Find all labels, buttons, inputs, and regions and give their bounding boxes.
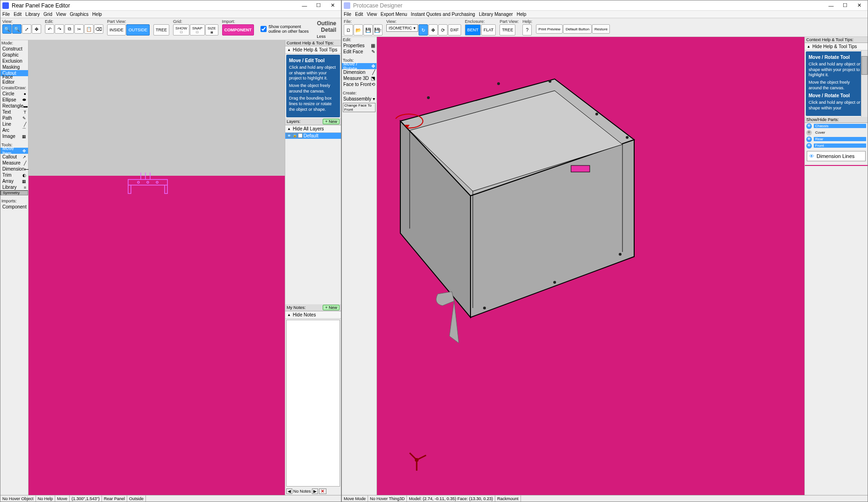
part-cover[interactable]: 👁Cover — [805, 129, 868, 136]
create-text[interactable]: TextT — [0, 109, 28, 115]
file-open-icon[interactable]: 📂 — [354, 24, 363, 36]
menu-view[interactable]: View — [56, 12, 66, 17]
tool-measure-3d[interactable]: Measure 3D⬔ — [342, 75, 376, 81]
view-orbit-icon[interactable]: ✥ — [428, 24, 438, 36]
view-dxf-icon[interactable]: DXF — [448, 24, 461, 36]
minimize-button[interactable]: — — [825, 1, 838, 10]
menu-help[interactable]: Help — [92, 12, 102, 17]
hide-notes-toggle[interactable]: ▲Hide Notes — [285, 311, 341, 319]
mode-construct[interactable]: Construct — [0, 46, 28, 52]
part-chassis[interactable]: 👁Chassis — [805, 123, 868, 129]
tool-move-item[interactable]: Move Item✥ — [0, 148, 28, 154]
visibility-toggle-icon[interactable]: 👁 — [806, 130, 812, 136]
help-button[interactable]: ? — [522, 24, 532, 36]
outline-detail-level[interactable]: Less — [314, 34, 339, 39]
menu-quotes[interactable]: Instant Quotes and Purchasing — [411, 12, 475, 17]
menu-view[interactable]: View — [367, 12, 377, 17]
edit-face[interactable]: Edit Face✎ — [342, 49, 376, 55]
menu-edit[interactable]: Edit — [14, 12, 22, 17]
new-note-button[interactable]: + New — [323, 305, 340, 310]
close-button[interactable]: ✕ — [326, 1, 339, 10]
visibility-toggle-icon[interactable]: 👁 — [806, 123, 812, 129]
zoom-fit-icon[interactable]: ⤢ — [22, 24, 31, 34]
grid-show-button[interactable]: SHOW☐ — [173, 24, 189, 36]
tool-measure[interactable]: Measure╱ — [0, 160, 28, 166]
new-layer-button[interactable]: + New — [323, 119, 340, 124]
import-component-button[interactable]: COMPONENT — [222, 24, 254, 36]
menu-library[interactable]: Library — [25, 12, 40, 17]
hide-help-toggle[interactable]: ▲Hide Help & Tool Tips — [285, 46, 341, 54]
maximize-button[interactable]: ☐ — [312, 1, 325, 10]
create-rectangle[interactable]: Rectangle▬ — [0, 103, 28, 109]
mode-masking[interactable]: Masking — [0, 64, 28, 70]
mode-exclusion[interactable]: Exclusion — [0, 58, 28, 64]
redo-icon[interactable]: ↷ — [55, 24, 64, 34]
layer-visibility-icon[interactable]: 👁 — [287, 133, 291, 138]
zoom-out-icon[interactable]: 🔍 — [12, 24, 22, 34]
mode-face-editor[interactable]: Face Editor — [0, 76, 28, 82]
menu-file[interactable]: File — [2, 12, 10, 17]
pan-icon[interactable]: ✥ — [32, 24, 41, 34]
change-face-to-front-button[interactable]: Change Face To Front — [343, 103, 376, 112]
tool-callout[interactable]: Callout↗ — [0, 154, 28, 160]
maximize-button[interactable]: ☐ — [839, 1, 852, 10]
grid-snap-button[interactable]: SNAP☐ — [190, 24, 205, 36]
symmetry-button[interactable]: Symmetry — [0, 190, 28, 195]
visibility-toggle-icon[interactable]: 👁 — [806, 136, 812, 142]
hide-help-toggle-3d[interactable]: ▲Hide Help & Tool Tips — [805, 43, 868, 50]
edit-properties[interactable]: Properties▦ — [342, 43, 376, 49]
layer-default[interactable]: 👁 🔓 Default — [285, 133, 341, 139]
outline-checkbox[interactable] — [260, 26, 267, 32]
help-scrollbar[interactable] — [861, 50, 868, 117]
zoom-in-icon[interactable]: 🔍 — [2, 24, 12, 34]
3d-canvas[interactable] — [377, 37, 804, 495]
minimize-button[interactable]: — — [298, 1, 311, 10]
create-subassembly[interactable]: Subassembly▾ — [342, 96, 376, 102]
view-pan-icon[interactable]: ⟳ — [438, 24, 448, 36]
tool-face-to-front[interactable]: Face to Front⟲ — [342, 81, 376, 87]
note-delete-button[interactable]: ✕ — [319, 488, 326, 494]
menu-export[interactable]: Export Menu — [381, 12, 407, 17]
part-front[interactable]: 👁Front — [805, 143, 868, 149]
undo-icon[interactable]: ↶ — [45, 24, 54, 34]
restore-button[interactable]: Restore — [592, 24, 610, 34]
create-image[interactable]: Image▦ — [0, 133, 28, 139]
enclosure-flat-button[interactable]: FLAT — [481, 24, 496, 36]
menu-graphics[interactable]: Graphics — [70, 12, 88, 17]
close-button[interactable]: ✕ — [853, 1, 866, 10]
enclosure-model[interactable] — [382, 56, 644, 355]
menu-edit[interactable]: Edit — [355, 12, 363, 17]
create-path[interactable]: Path✎ — [0, 115, 28, 121]
menu-library-mgr[interactable]: Library Manager — [479, 12, 513, 17]
tool-array[interactable]: Array▦ — [0, 178, 28, 184]
view-refresh-icon[interactable]: ↻ — [419, 24, 428, 36]
mode-graphic[interactable]: Graphic — [0, 52, 28, 58]
hide-layers-toggle[interactable]: ▲Hide All Layers — [285, 125, 341, 133]
part-rear[interactable]: 👁Rear — [805, 136, 868, 143]
default-button[interactable]: Default Button — [563, 24, 592, 34]
dimension-lines-toggle[interactable]: 👁 Dimension Lines — [807, 151, 866, 161]
file-new-icon[interactable]: 🗋 — [344, 24, 353, 36]
note-next-button[interactable]: ▶ — [312, 488, 318, 494]
tool-trim[interactable]: Trim◐ — [0, 172, 28, 178]
visibility-toggle-icon[interactable]: 👁 — [806, 143, 812, 149]
create-circle[interactable]: Circle● — [0, 91, 28, 97]
create-line[interactable]: Line╱ — [0, 121, 28, 127]
create-arc[interactable]: Arc⌒ — [0, 127, 28, 133]
layer-lock-icon[interactable]: 🔓 — [292, 133, 297, 138]
create-ellipse[interactable]: Ellipse⬬ — [0, 97, 28, 103]
component-on-model[interactable] — [571, 165, 590, 172]
grid-size-button[interactable]: SIZE▦ — [205, 24, 218, 36]
tool-library[interactable]: Library≡ — [0, 184, 28, 190]
outline-checkbox-row[interactable]: Show component outline on other faces — [260, 24, 310, 34]
view-combo[interactable]: ISOMETRIC▾ — [386, 24, 418, 32]
tool-dimension[interactable]: Dimension⟷ — [0, 166, 28, 172]
copy-icon[interactable]: ⧉ — [65, 24, 74, 34]
file-save-icon[interactable]: 💾 — [363, 24, 373, 36]
cut-icon[interactable]: ✂ — [74, 24, 84, 34]
menu-grid[interactable]: Grid — [43, 12, 52, 17]
imports-component[interactable]: Component — [0, 204, 28, 210]
tool-move-rotate[interactable]: Move / Rotate✥ — [342, 63, 376, 69]
component-cutout-outline[interactable] — [124, 170, 171, 198]
partview-tree-button[interactable]: TREE — [499, 24, 515, 36]
